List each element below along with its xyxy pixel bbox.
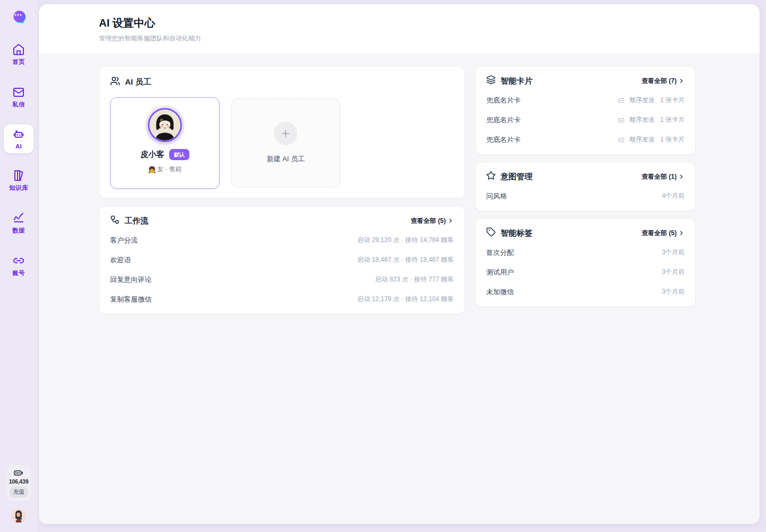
chevron-right-icon — [447, 218, 454, 224]
card-title: 工作流 — [124, 216, 148, 226]
tag-icon — [486, 227, 496, 239]
chevron-right-icon — [678, 173, 685, 180]
girl-emoji-icon: 👧 — [148, 166, 156, 173]
workflows-header: 工作流 查看全部 (5) — [110, 215, 454, 230]
list-ordered-icon — [618, 136, 625, 144]
smart-cards-view-all-link[interactable]: 查看全部 (7) — [642, 77, 685, 86]
card-title: AI 员工 — [125, 77, 151, 87]
workflow-row[interactable]: 复制客服微信 启动 12,179 次 · 接待 12,104 顾客 — [110, 289, 454, 309]
smart-card-row[interactable]: 兜底名片卡 顺序发送 1 张卡片 — [486, 110, 685, 130]
smart-tag-row[interactable]: 未加微信 3个月前 — [486, 282, 685, 302]
page-header: AI 设置中心 管理您的智能客服团队和自动化能力 — [39, 4, 760, 53]
user-avatar[interactable] — [11, 509, 26, 523]
page-subtitle: 管理您的智能客服团队和自动化能力 — [99, 34, 760, 43]
sidebar-item-label: AI — [15, 143, 22, 149]
ai-employees-card: AI 员工 — [99, 66, 465, 198]
workflow-row[interactable]: 客户分流 启动 29,120 次 · 接待 14,784 顾客 — [110, 230, 454, 250]
star-icon — [486, 171, 496, 182]
smart-tags-view-all-link[interactable]: 查看全部 (5) — [642, 229, 685, 238]
sidebar-item-data[interactable]: 数据 — [4, 208, 34, 238]
battery-icon — [14, 470, 23, 476]
sidebar-item-label: 私信 — [12, 101, 25, 109]
sidebar-item-home[interactable]: 首页 — [4, 39, 34, 70]
intent-row[interactable]: 问风格 4个月前 — [486, 186, 685, 206]
intents-card: 意图管理 查看全部 (1) 问风格 4个月前 — [475, 162, 696, 211]
sidebar-nav: 首页 私信 AI 知识库 数据 — [4, 39, 34, 281]
sidebar-item-label: 账号 — [12, 269, 25, 277]
smart-card-row[interactable]: 兜底名片卡 顺序发送 1 张卡片 — [486, 90, 685, 110]
sidebar-item-label: 数据 — [12, 227, 25, 235]
sidebar: 首页 私信 AI 知识库 数据 — [0, 0, 37, 532]
sidebar-item-messages[interactable]: 私信 — [4, 82, 34, 112]
mail-icon — [12, 86, 25, 98]
employee-meta-text: 女 · 售前 — [157, 165, 182, 174]
new-employee-label: 新建 AI 员工 — [267, 154, 305, 164]
smart-cards-header: 智能卡片 查看全部 (7) — [486, 75, 685, 90]
chevron-right-icon — [678, 230, 685, 236]
smart-cards-card: 智能卡片 查看全部 (7) 兜底名片卡 顺序发送 1 张卡片 — [475, 66, 696, 155]
list-ordered-icon — [618, 97, 625, 104]
new-employee-button[interactable]: 新建 AI 员工 — [231, 98, 340, 187]
users-icon — [110, 76, 120, 88]
sidebar-item-label: 首页 — [12, 58, 25, 66]
sidebar-item-ai[interactable]: AI — [4, 124, 34, 153]
card-title: 智能卡片 — [501, 76, 532, 86]
workflows-card: 工作流 查看全部 (5) 客户分流 启动 29,120 次 · 接待 14,78… — [99, 206, 465, 314]
robot-icon — [12, 128, 25, 141]
page-title: AI 设置中心 — [99, 16, 760, 30]
sidebar-item-account[interactable]: 账号 — [4, 251, 34, 281]
main-panel: AI 设置中心 管理您的智能客服团队和自动化能力 AI 员工 — [39, 4, 760, 524]
chart-line-icon — [12, 212, 25, 225]
plus-icon — [274, 122, 297, 145]
card-title: 意图管理 — [501, 172, 532, 182]
smart-tag-row[interactable]: 测试用户 3个月前 — [486, 262, 685, 282]
workflow-row[interactable]: 回复意向评论 启动 823 次 · 接待 777 顾客 — [110, 270, 454, 289]
intents-header: 意图管理 查看全部 (1) — [486, 171, 685, 186]
workflow-row[interactable]: 欢迎语 启动 18,467 次 · 接待 18,467 顾客 — [110, 250, 454, 270]
smart-tags-card: 智能标签 查看全部 (5) 首次分配 3个月前 测试用户 3个月前 未加微信 — [475, 218, 696, 307]
sidebar-item-knowledge[interactable]: 知识库 — [4, 165, 34, 196]
credits-amount: 106,439 — [9, 478, 29, 485]
smart-card-row[interactable]: 兜底名片卡 顺序发送 1 张卡片 — [486, 130, 685, 149]
default-badge: 默认 — [169, 149, 189, 160]
home-icon — [12, 43, 25, 56]
books-icon — [12, 169, 25, 182]
card-title: 智能标签 — [501, 228, 532, 238]
sidebar-item-label: 知识库 — [9, 184, 28, 192]
list-ordered-icon — [618, 117, 625, 124]
smart-tag-row[interactable]: 首次分配 3个月前 — [486, 243, 685, 262]
employee-name: 皮小客 — [140, 149, 164, 160]
intents-view-all-link[interactable]: 查看全部 (1) — [642, 172, 685, 181]
workflow-icon — [110, 215, 120, 227]
employees-list: 皮小客 默认 👧 女 · 售前 新建 AI 员工 — [110, 97, 454, 189]
employee-avatar — [148, 108, 182, 142]
left-column: AI 员工 — [99, 66, 465, 314]
ai-employees-header: AI 员工 — [110, 76, 454, 88]
chevron-right-icon — [678, 78, 685, 84]
workflows-view-all-link[interactable]: 查看全部 (5) — [411, 217, 454, 226]
sidebar-footer: 106,439 充值 — [6, 465, 31, 523]
right-column: 智能卡片 查看全部 (7) 兜底名片卡 顺序发送 1 张卡片 — [475, 66, 696, 307]
smart-tags-header: 智能标签 查看全部 (5) — [486, 227, 685, 243]
recharge-button[interactable]: 充值 — [10, 487, 28, 497]
link-icon — [12, 254, 25, 267]
layers-icon — [486, 75, 496, 87]
credits-box: 106,439 充值 — [6, 465, 31, 501]
app-logo-icon[interactable] — [10, 7, 27, 24]
content-area: AI 员工 — [39, 53, 760, 524]
employee-card[interactable]: 皮小客 默认 👧 女 · 售前 — [110, 97, 220, 189]
